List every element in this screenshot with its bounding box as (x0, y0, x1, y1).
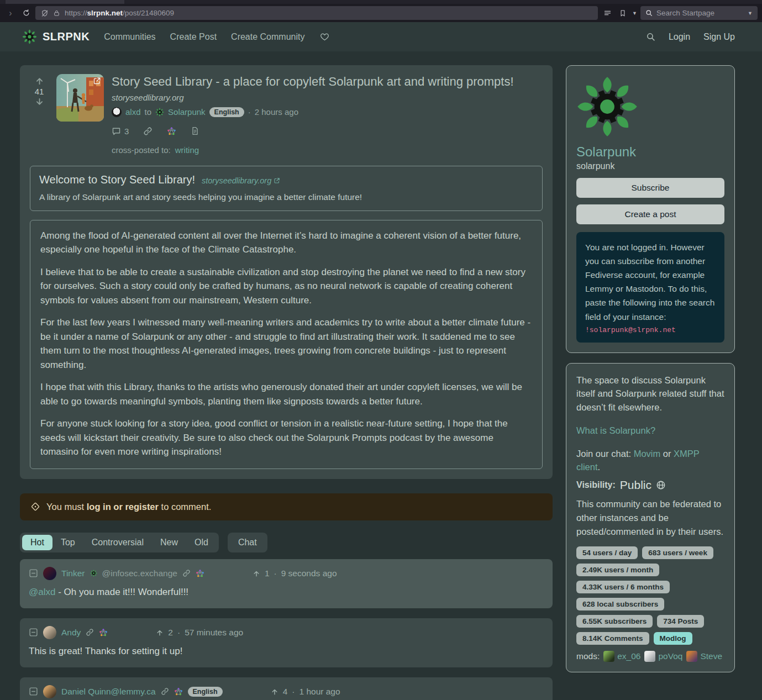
url-text: https://slrpnk.net/post/21480609 (65, 9, 174, 17)
commenter-avatar[interactable] (43, 685, 56, 698)
post-thumbnail[interactable] (56, 74, 104, 122)
embed-external-icon (274, 177, 280, 184)
upvote-button[interactable] (35, 76, 44, 86)
collapse-comment-button[interactable] (29, 628, 38, 637)
what-is-solarpunk-link[interactable]: What is Solarpunk? (576, 425, 655, 435)
sort-tab-controversial[interactable]: Controversial (83, 535, 152, 550)
comment-upvote-icon[interactable] (271, 688, 278, 696)
subscribe-button[interactable]: Subscribe (576, 178, 724, 198)
comment-time: 57 minutes ago (185, 628, 243, 638)
external-link-icon (93, 77, 101, 85)
browser-active-tab[interactable] (6, 0, 124, 4)
site-search-icon[interactable] (646, 32, 655, 41)
moderator-item[interactable]: ex_06 (603, 651, 640, 662)
comment-score: 1 (265, 569, 270, 578)
crosspost-link[interactable]: writing (175, 145, 199, 155)
sort-tab-hot[interactable]: Hot (22, 535, 52, 550)
shield-off-icon[interactable] (41, 9, 49, 17)
login-notice-box: You are not logged in. However you can s… (576, 232, 724, 343)
chat-line: Join our chat: Movim or XMPP client. (576, 447, 724, 475)
site-navbar: SLRPNK Communities Create Post Create Co… (0, 22, 762, 51)
browser-search-input[interactable]: Search Startpage ▼ (640, 6, 758, 20)
moderator-item[interactable]: Steve (686, 651, 722, 662)
embed-description: A library of Solarpunk art and story see… (39, 192, 533, 202)
mods-label: mods: (576, 651, 600, 661)
brand-logo[interactable]: SLRPNK (22, 29, 90, 44)
browser-tab-strip (0, 0, 762, 4)
signup-link[interactable]: Sign Up (703, 32, 735, 42)
post-title[interactable]: Story Seed Library - a place for copylef… (112, 74, 543, 90)
post-domain[interactable]: storyseedlibrary.org (112, 93, 543, 102)
commenter-name[interactable]: Tinker (61, 569, 85, 578)
embed-link[interactable]: storyseedlibrary.org (202, 176, 280, 185)
login-link[interactable]: Login (669, 32, 690, 42)
search-engine-icon[interactable] (645, 9, 653, 17)
view-source-button[interactable] (191, 127, 199, 135)
reload-button[interactable] (20, 7, 32, 19)
slrpnk-logo-icon (22, 29, 37, 44)
comment-fediverse-icon[interactable] (99, 628, 108, 637)
post-time: 2 hours ago (255, 107, 298, 117)
comment-row: Andy 2 · 57 minutes ago This is great! T… (20, 618, 553, 667)
sort-tab-new[interactable]: New (152, 535, 186, 550)
comment-bubble-icon (112, 127, 121, 136)
collapse-comment-button[interactable] (29, 687, 38, 696)
community-title[interactable]: Solarpunk (576, 144, 724, 160)
bookmark-icon[interactable] (617, 7, 629, 19)
moderator-item[interactable]: poVoq (644, 651, 682, 662)
forward-button[interactable]: › (4, 8, 17, 18)
comment-upvote-icon[interactable] (156, 629, 164, 636)
nav-communities[interactable]: Communities (104, 32, 155, 42)
brand-name: SLRPNK (43, 30, 90, 43)
sort-tab-old[interactable]: Old (186, 535, 217, 550)
comment-row: Tinker @infosec.exchange 1 · 9 seconds a… (20, 559, 553, 608)
sort-tab-top[interactable]: Top (52, 535, 83, 550)
comment-upvote-icon[interactable] (253, 570, 260, 577)
commenter-avatar[interactable] (43, 567, 56, 580)
donate-heart-icon[interactable] (320, 32, 329, 41)
comment-link-icon[interactable] (86, 628, 94, 636)
login-register-link[interactable]: log in or register (87, 502, 159, 512)
comment-fediverse-icon[interactable] (174, 687, 183, 696)
mention-link[interactable]: @alxd (29, 587, 55, 597)
post-paragraph: I believe that to be able to create a su… (40, 265, 532, 308)
movim-link[interactable]: Movim (634, 449, 661, 459)
sort-tab-chat[interactable]: Chat (230, 535, 265, 550)
bookmarks-caret[interactable]: ▼ (632, 10, 637, 16)
community-icon (155, 108, 164, 117)
lock-icon[interactable] (53, 9, 60, 17)
comments-button[interactable]: 3 (112, 127, 129, 136)
post-author[interactable]: alxd (125, 107, 141, 117)
post-body: Among the flood of AI-generated content … (30, 220, 543, 469)
post-community[interactable]: Solarpunk (168, 107, 206, 117)
search-placeholder: Search Startpage (656, 9, 744, 17)
comment-link-icon[interactable] (161, 687, 169, 696)
moderator-avatar (644, 651, 655, 662)
modlog-link[interactable]: Modlog (654, 632, 692, 645)
moderators-row: mods: ex_06 poVoq Steve (576, 651, 724, 662)
comment-score: 2 (168, 628, 173, 638)
comment-body: @alxd - Oh you made it!!! Wonderful!!! (29, 587, 544, 598)
nav-create-community[interactable]: Create Community (231, 32, 304, 42)
post-score: 41 (35, 87, 44, 96)
link-button[interactable] (143, 127, 153, 136)
federation-note: This community can be federated to other… (576, 497, 724, 538)
collapse-comment-button[interactable] (29, 569, 38, 578)
stat-badge: 734 Posts (657, 615, 704, 628)
url-bar[interactable]: https://slrpnk.net/post/21480609 (35, 6, 598, 20)
author-avatar[interactable] (112, 107, 122, 117)
commenter-name[interactable]: Daniel Quinn@lemmy.ca (61, 687, 156, 697)
moderator-name[interactable]: Steve (700, 651, 722, 661)
create-post-button[interactable]: Create a post (576, 204, 724, 224)
moderator-name[interactable]: ex_06 (617, 651, 640, 661)
search-caret[interactable]: ▼ (748, 10, 753, 16)
nav-create-post[interactable]: Create Post (170, 32, 217, 42)
commenter-name[interactable]: Andy (61, 628, 81, 638)
reader-mode-icon[interactable] (601, 7, 613, 19)
comment-link-icon[interactable] (182, 569, 191, 577)
moderator-name[interactable]: poVoq (658, 651, 682, 661)
downvote-button[interactable] (35, 97, 44, 107)
comment-fediverse-icon[interactable] (196, 569, 204, 578)
fediverse-button[interactable] (167, 127, 176, 136)
commenter-avatar[interactable] (43, 626, 56, 639)
